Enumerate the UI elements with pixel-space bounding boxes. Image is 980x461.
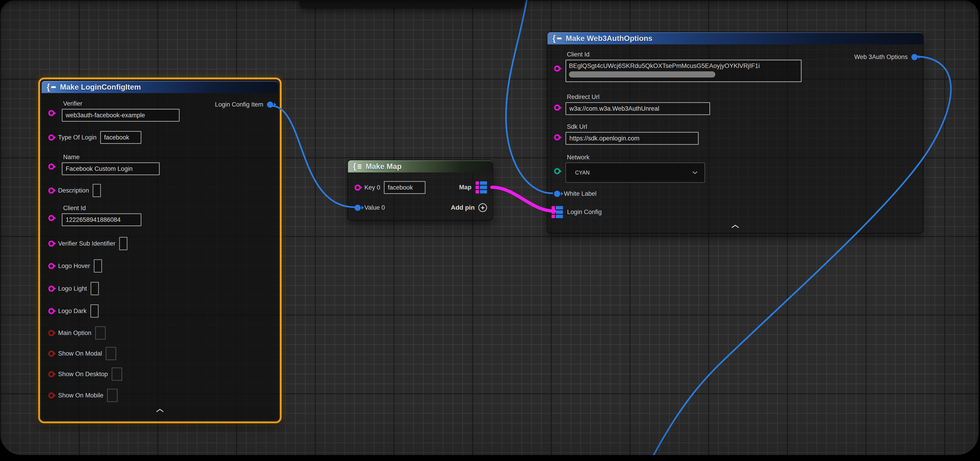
verifier-sub-identifier-pin[interactable] [48,240,54,247]
description-pin[interactable] [48,188,54,194]
verifier-sub-identifier-row: Verifier Sub Identifier [48,237,127,250]
logo-dark-input[interactable] [91,304,99,318]
output-pin-label: Login Config Item [215,101,263,108]
type-of-login-label: Type Of Login [58,134,97,141]
client-id-label: Client Id [567,51,802,58]
login-config-pin[interactable] [552,206,563,218]
value-0-pin[interactable] [355,205,361,211]
description-row: Description [48,184,101,197]
white-label-label: White Label [564,190,597,197]
add-pin-button[interactable]: Add pin + [451,201,487,214]
key-0-pin[interactable] [355,184,361,191]
wire-top-to-white-label[interactable] [506,0,552,193]
logo-dark-row: Logo Dark [48,304,99,318]
web3auth-options-output-pin[interactable] [912,54,918,60]
description-input[interactable] [93,184,101,197]
type-of-login-row: Type Of Login [48,131,142,144]
client-id-input[interactable] [62,213,142,226]
sdk-url-label: Sdk Url [567,123,698,130]
show-on-modal-pin[interactable] [48,351,54,357]
client-id-group: Client Id BEglQSgt4cUWcj6SKRdu5QkOXTsePm… [565,51,802,82]
collapse-chevron-icon[interactable] [731,224,739,229]
verifier-sub-identifier-input[interactable] [119,237,127,250]
blueprint-graph-canvas[interactable]: } Make LoginConfigItem Login Config Item… [0,0,978,455]
show-on-modal-checkbox[interactable] [106,347,116,360]
type-of-login-pin[interactable] [48,135,54,141]
node-make-web3authoptions[interactable]: } Make Web3AuthOptions Web 3Auth Options… [547,32,923,234]
verifier-pin[interactable] [48,110,54,116]
make-struct-icon: } [47,83,56,91]
main-option-row: Main Option [48,326,106,340]
output-pin-label: Web 3Auth Options [854,54,908,60]
key-0-row: Key 0 [355,181,425,194]
client-id-input[interactable]: BEglQSgt4cUWcj6SKRdu5QkOXTsePmMcusG5EAoy… [565,60,802,82]
logo-light-input[interactable] [91,282,99,295]
show-on-modal-label: Show On Modal [58,350,102,357]
client-id-scrollbar[interactable] [569,72,715,78]
map-output-row: Map [459,181,487,194]
sdk-url-input[interactable] [565,132,698,145]
value-0-row: Value 0 [355,201,385,214]
logo-hover-input[interactable] [94,259,102,273]
key-0-label: Key 0 [364,184,380,191]
redirect-url-pin[interactable] [554,105,560,111]
sdk-url-pin[interactable] [554,134,560,140]
login-config-row: Login Config [552,205,602,219]
logo-light-pin[interactable] [48,286,54,292]
client-id-group: Client Id [62,205,142,226]
output-row-login-config-item: Login Config Item [215,98,273,111]
main-option-pin[interactable] [48,330,54,336]
show-on-desktop-pin[interactable] [48,371,54,377]
network-selected-value: CYAN [575,170,590,176]
node-make-map[interactable]: } Make Map Key 0 Map Value 0 Add pin + [347,160,493,221]
show-on-mobile-label: Show On Mobile [58,392,103,399]
white-label-pin[interactable] [554,191,560,197]
type-of-login-input[interactable] [100,131,142,144]
map-output-pin[interactable] [476,181,487,194]
white-label-row: White Label [554,187,597,200]
redirect-url-input[interactable] [565,102,710,115]
name-pin[interactable] [48,164,54,170]
node-header[interactable]: } Make Web3AuthOptions [547,32,923,45]
login-config-item-output-pin[interactable] [267,102,273,108]
node-make-loginconfigitem[interactable]: } Make LoginConfigItem Login Config Item… [41,81,278,420]
map-output-label: Map [459,184,471,191]
partial-node-top[interactable] [300,0,524,8]
client-id-pin[interactable] [48,215,54,221]
node-header[interactable]: } Make Map [348,160,493,172]
show-on-mobile-checkbox[interactable] [107,389,118,402]
logo-dark-label: Logo Dark [58,308,87,315]
verifier-input[interactable] [62,109,180,122]
client-id-pin[interactable] [554,65,560,72]
logo-hover-pin[interactable] [48,263,54,269]
description-label: Description [58,187,89,194]
main-option-checkbox[interactable] [95,326,106,340]
name-input[interactable] [62,162,160,175]
logo-hover-row: Logo Hover [48,259,102,273]
show-on-desktop-row: Show On Desktop [48,367,122,381]
show-on-mobile-pin[interactable] [48,393,54,399]
wire-map-to-login-config[interactable] [492,187,555,211]
verifier-sub-identifier-label: Verifier Sub Identifier [58,240,116,247]
key-0-input[interactable] [384,181,425,194]
node-make-loginconfigitem-selection: } Make LoginConfigItem Login Config Item… [38,78,282,423]
network-dropdown[interactable]: CYAN [565,162,705,183]
add-pin-icon: + [478,203,487,212]
show-on-mobile-row: Show On Mobile [48,389,118,402]
wire-loginconfigitem-to-value0[interactable] [271,106,355,207]
verifier-group: Verifier [62,100,180,122]
output-row-web3auth-options: Web 3Auth Options [854,50,918,64]
node-header[interactable]: } Make LoginConfigItem [41,81,278,93]
network-pin[interactable] [554,168,560,174]
logo-hover-label: Logo Hover [58,262,90,270]
show-on-modal-row: Show On Modal [48,347,116,360]
show-on-desktop-checkbox[interactable] [111,367,122,381]
node-title: Make Web3AuthOptions [566,34,652,43]
logo-dark-pin[interactable] [48,308,54,314]
client-id-label: Client Id [63,205,142,212]
client-id-value: BEglQSgt4cUWcj6SKRdu5QkOXTsePmMcusG5EAoy… [566,60,801,70]
redirect-url-label: Redirect Url [567,94,710,101]
add-pin-label: Add pin [451,204,475,211]
collapse-chevron-icon[interactable] [156,409,164,413]
node-title: Make Map [366,162,402,171]
